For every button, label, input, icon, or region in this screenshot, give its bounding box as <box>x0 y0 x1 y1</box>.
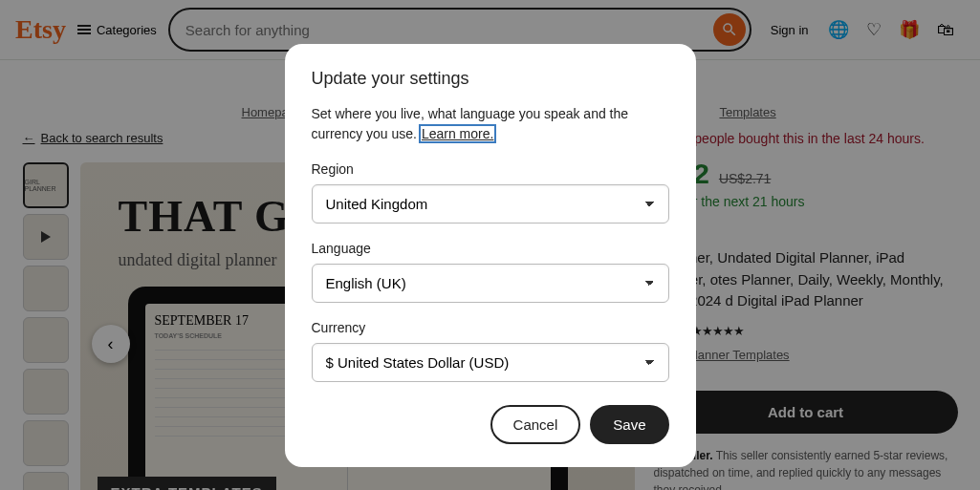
save-button[interactable]: Save <box>590 405 668 444</box>
region-label: Region <box>312 161 669 177</box>
settings-modal: Update your settings Set where you live,… <box>285 44 696 467</box>
modal-title: Update your settings <box>312 69 669 89</box>
cancel-button[interactable]: Cancel <box>490 405 581 444</box>
language-select[interactable]: English (UK) <box>312 264 669 303</box>
modal-buttons: Cancel Save <box>312 405 669 444</box>
learn-more-link[interactable]: Learn more. <box>421 126 494 141</box>
modal-description: Set where you live, what language you sp… <box>312 104 669 144</box>
modal-overlay[interactable]: Update your settings Set where you live,… <box>0 0 980 490</box>
currency-select[interactable]: $ United States Dollar (USD) <box>312 343 669 382</box>
region-select[interactable]: United Kingdom <box>312 184 669 224</box>
currency-label: Currency <box>312 320 669 335</box>
language-label: Language <box>312 241 669 256</box>
